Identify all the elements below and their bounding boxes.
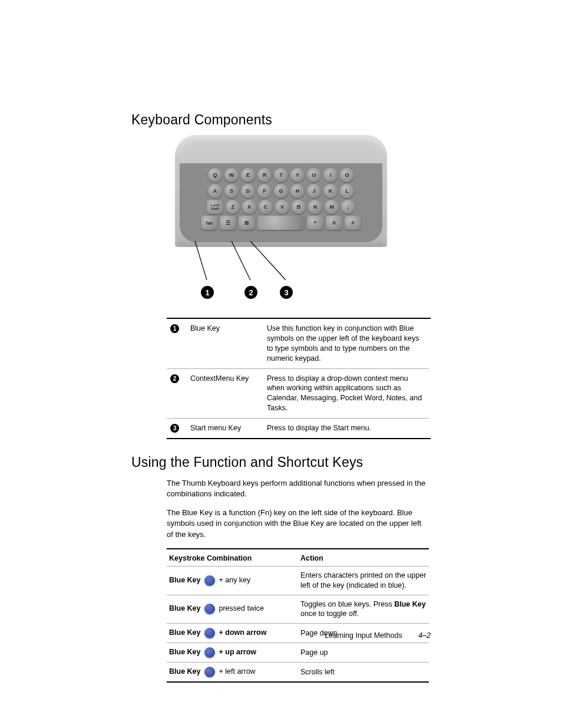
table-row: 1 Blue Key Use this function key in conj… — [167, 319, 429, 368]
component-name: Start menu Key — [187, 419, 263, 438]
blue-key-icon — [204, 604, 215, 614]
component-desc: Use this function key in conjunction wit… — [263, 319, 429, 368]
key: A — [208, 184, 222, 198]
key: # — [345, 216, 361, 230]
component-desc: Press to display a drop-down context men… — [263, 369, 429, 419]
key: Q — [208, 168, 222, 182]
heading-fn-shortcut: Using the Function and Shortcut Keys — [131, 454, 431, 470]
blue-key-icon — [204, 647, 215, 658]
key-start-menu: ⊞ — [239, 216, 255, 230]
action-text: Page up — [298, 643, 429, 663]
key: H — [290, 184, 305, 198]
blue-key-label: Blue Key — [169, 605, 201, 613]
callout-3: 3 — [280, 286, 293, 299]
combo-suffix: + left arrow — [219, 668, 255, 676]
paragraph: The Blue Key is a function (Fn) key on t… — [167, 508, 429, 540]
footer-page-number: 4–2 — [418, 631, 431, 640]
svg-line-0 — [195, 241, 207, 280]
key: S — [224, 184, 239, 198]
blue-key-label: Blue Key — [169, 648, 201, 657]
footer-section: Learning Input Methods — [325, 631, 402, 640]
table-row: Blue Key + left arrow Scrolls left — [167, 663, 429, 681]
blue-key-icon — [204, 575, 215, 586]
key: L — [340, 184, 354, 198]
shortcut-table: Keystroke Combination Action Blue Key + … — [167, 549, 429, 682]
key: O — [340, 168, 354, 182]
key: U — [307, 168, 321, 182]
table-row: Blue Key + any key Enters characters pri… — [167, 566, 429, 595]
combo-suffix: + down arrow — [219, 629, 266, 637]
key: F — [257, 184, 272, 198]
row-number: 3 — [170, 424, 179, 433]
table-row: Blue Key pressed twice Toggles on blue k… — [167, 595, 429, 624]
table-row: 3 Start menu Key Press to display the St… — [167, 419, 429, 438]
key: M — [325, 200, 339, 214]
key-space — [257, 216, 305, 230]
row-number: 2 — [170, 374, 179, 383]
blue-key-label: Blue Key — [169, 629, 201, 637]
component-table: 1 Blue Key Use this function key in conj… — [167, 318, 431, 439]
key: W — [224, 168, 239, 182]
combo-suffix: + any key — [219, 576, 250, 584]
key-context-menu: ☰ — [220, 216, 236, 230]
table-row: 2 ContextMenu Key Press to display a dro… — [167, 369, 429, 419]
key: E — [241, 168, 255, 182]
device-illustration: Q W E R T Y U I O A S D F G H J — [175, 135, 387, 247]
combo-suffix: pressed twice — [219, 605, 263, 613]
action-text: Toggles on blue keys. Press Blue Key onc… — [298, 595, 429, 624]
table-header: Action — [298, 549, 429, 566]
key: D — [241, 184, 255, 198]
table-row: Blue Key + up arrow Page up — [167, 643, 429, 663]
key: K — [323, 184, 338, 198]
key: Y — [290, 168, 305, 182]
blue-key-label: Blue Key — [169, 668, 201, 676]
callout-1: 1 — [201, 286, 214, 299]
key: N — [308, 200, 322, 214]
action-text: Enters characters printed on the upper l… — [298, 566, 429, 595]
key: Z — [226, 200, 240, 214]
row-number: 1 — [170, 324, 179, 333]
key: 0 — [326, 216, 342, 230]
key: G — [274, 184, 288, 198]
key: * — [307, 216, 323, 230]
blue-key-label: Blue Key — [169, 576, 201, 584]
key: J — [307, 184, 321, 198]
key: V — [275, 200, 289, 214]
keyboard-figure: Q W E R T Y U I O A S D F G H J — [131, 135, 431, 300]
key: C — [259, 200, 273, 214]
key: R — [257, 168, 272, 182]
heading-keyboard-components: Keyboard Components — [131, 112, 431, 128]
blue-key-icon — [204, 628, 215, 638]
action-text: Scrolls left — [298, 663, 429, 681]
key: X — [242, 200, 256, 214]
combo-suffix: + up arrow — [219, 648, 256, 657]
key: T — [274, 168, 288, 182]
svg-line-2 — [250, 241, 286, 280]
key: I — [323, 168, 338, 182]
key-tab: Tab — [201, 216, 217, 230]
paragraph: The Thumb Keyboard keys perform addition… — [167, 478, 429, 499]
key: ; — [341, 200, 355, 214]
blue-key-icon — [204, 667, 215, 677]
component-desc: Press to display the Start menu. — [263, 419, 429, 438]
table-header: Keystroke Combination — [167, 549, 298, 566]
callout-2: 2 — [244, 286, 257, 299]
component-name: ContextMenu Key — [187, 369, 263, 419]
key: B — [292, 200, 306, 214]
key-shift: LockShift — [207, 200, 223, 214]
page-footer: Learning Input Methods 4–2 — [325, 631, 431, 640]
svg-line-1 — [232, 241, 250, 280]
component-name: Blue Key — [187, 319, 263, 368]
